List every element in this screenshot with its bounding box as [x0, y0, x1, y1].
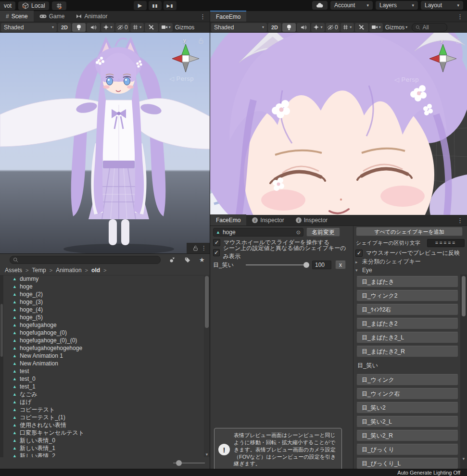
asset-row[interactable]: ▲ コピーテスト_(1) [4, 413, 204, 421]
asset-list-scrollbar[interactable]: ▼ [204, 275, 210, 457]
slider-knob[interactable] [303, 262, 309, 268]
layout-dropdown[interactable]: Layout ▾ [421, 1, 463, 10]
shape-key-button[interactable]: 目_まばたき2 [356, 318, 458, 329]
tab-inspector-2[interactable]: i Inspector [290, 214, 333, 225]
asset-row[interactable]: ▲ hoge [4, 283, 204, 290]
asset-row[interactable]: ▲ New Animation 1 [4, 352, 204, 360]
asset-row[interactable]: ▲ dummy [4, 275, 204, 283]
layers-dropdown[interactable]: Layers ▾ [376, 1, 418, 10]
scroll-down-icon[interactable]: ▼ [460, 455, 467, 462]
thumbnail-zoom-slider[interactable] [173, 460, 205, 466]
shape-key-scrollbar[interactable]: ▼ [460, 275, 467, 469]
rename-button[interactable]: 名前変更 [306, 228, 340, 237]
asset-row[interactable]: ▲ test_0 [4, 375, 204, 383]
search-input[interactable] [20, 256, 157, 263]
pane-divider[interactable] [210, 11, 210, 469]
shape-key-button[interactable]: 目_まばたき2_R [356, 346, 458, 357]
gizmo-search-field[interactable]: All [412, 23, 447, 32]
audio-toggle[interactable] [87, 23, 100, 32]
tab-game[interactable]: Game [34, 11, 71, 22]
shape-key-button[interactable]: 目_びっくり [356, 444, 458, 455]
shading-mode-dropdown[interactable]: Shaded ▾ [1, 23, 57, 32]
2d-toggle[interactable]: 2D [268, 23, 281, 32]
tab-faceemo-inspector[interactable]: FaceEmo [210, 214, 246, 225]
tab-animator[interactable]: Animator [70, 11, 113, 22]
breadcrumb-temp[interactable]: Temp [32, 267, 46, 274]
panel-menu-icon[interactable]: ⋮ [201, 245, 207, 251]
search-by-type-icon[interactable] [169, 257, 176, 263]
pause-button[interactable]: ▮▮ [149, 1, 162, 10]
shape-key-button[interactable]: 目_ウィンク [356, 374, 458, 386]
hidden-objects-toggle[interactable]: 0 [326, 23, 340, 32]
asset-row[interactable]: ▲ test_1 [4, 383, 204, 390]
grid-visibility-toggle[interactable]: ▾ [341, 23, 354, 32]
audio-toggle[interactable] [297, 23, 310, 32]
shape-key-button[interactable]: 目_笑い2_R [356, 430, 458, 441]
search-field[interactable] [10, 256, 161, 264]
effects-toggle[interactable]: ▾ [311, 23, 325, 32]
asset-row[interactable]: ▲ hoge_(3) [4, 298, 204, 306]
object-picker-icon[interactable]: ⊙ [296, 229, 301, 236]
shape-key-button[interactable]: 目_ウィンク2 [356, 290, 458, 301]
2d-toggle[interactable]: 2D [58, 23, 71, 32]
blendshape-slider[interactable] [246, 262, 308, 268]
tabbar-menu-icon[interactable]: ⋮ [453, 13, 467, 20]
foldout-eye[interactable]: ▾ Eye [353, 266, 467, 274]
folder-column-scrollbar[interactable] [0, 275, 3, 457]
breadcrumb-animation[interactable]: Animation [56, 267, 81, 274]
asset-row[interactable]: ▲ コピーテスト [4, 406, 204, 413]
breadcrumb-old[interactable]: old [91, 267, 100, 274]
lock-icon[interactable] [198, 38, 204, 44]
scene-viewport[interactable]: y ◁ Persp [0, 33, 210, 253]
tab-scene[interactable]: # Scene [0, 11, 34, 22]
lighting-toggle[interactable] [282, 23, 296, 32]
camera-settings-button[interactable]: ▾ [159, 23, 173, 32]
step-button[interactable]: ▶▮ [164, 1, 177, 10]
cloud-services-button[interactable] [312, 1, 328, 10]
asset-row[interactable]: ▲ 口変形キャンセルテスト [4, 429, 204, 437]
shading-mode-dropdown[interactable]: Shaded ▾ [211, 23, 267, 32]
asset-row[interactable]: ▲ hoge_(5) [4, 313, 204, 321]
orientation-gizmo[interactable]: y [428, 43, 458, 74]
asset-row[interactable]: ▲ hogefugahoge_(0)_(0) [4, 337, 204, 344]
shape-key-button[interactable]: 目_びっくり_L [356, 458, 458, 469]
tabbar-menu-icon[interactable]: ⋮ [196, 13, 210, 20]
asset-row[interactable]: ▲ hogefugahoge_(0) [4, 329, 204, 337]
asset-row[interactable]: ▲ 使用されない表情 [4, 421, 204, 429]
lighting-toggle[interactable] [72, 23, 86, 32]
search-by-label-icon[interactable] [184, 257, 190, 263]
persp-label[interactable]: ◁ Persp [394, 76, 419, 83]
add-all-shape-keys-button[interactable]: すべてのシェイプキーを追加 [356, 227, 463, 236]
asset-row[interactable]: ▲ 新しい表情_0 [4, 437, 204, 444]
breadcrumb-assets[interactable]: Assets [5, 267, 22, 274]
persp-label[interactable]: ◁ Persp [169, 75, 194, 82]
scroll-down-icon[interactable]: ▼ [204, 451, 210, 457]
asset-row[interactable]: ▲ ほげ [4, 398, 204, 406]
shape-key-button[interactable]: 目_笑い2_L [356, 416, 458, 427]
shape-key-button[interactable]: 目_ｳｨﾝｸ2右 [356, 304, 458, 315]
pivot-button[interactable]: vot [0, 1, 15, 10]
diff-only-checkbox[interactable]: ✓ [213, 249, 220, 256]
lighting-status-label[interactable]: Auto Generate Lighting Off [397, 470, 460, 476]
foldout-uncategorized[interactable]: ▸ 未分類のシェイプキー [353, 258, 467, 266]
lock-icon[interactable] [455, 38, 461, 44]
orientation-gizmo[interactable]: y [170, 43, 201, 74]
lock-icon[interactable] [193, 245, 198, 251]
local-button[interactable]: Local [18, 1, 49, 10]
asset-row[interactable]: ▲ New Animation [4, 360, 204, 367]
scrollbar-thumb[interactable] [462, 276, 466, 316]
shape-key-button[interactable]: 目_笑い2 [356, 402, 458, 413]
effects-toggle[interactable]: ▾ [101, 23, 114, 32]
shape-key-button[interactable]: 目_ウィンク右 [356, 388, 458, 400]
tabbar-menu-icon[interactable]: ⋮ [453, 217, 467, 224]
gizmos-menu[interactable]: Gizmos [174, 23, 196, 32]
tab-faceemo-view[interactable]: FaceEmo [210, 11, 246, 22]
component-tools-button[interactable] [355, 23, 368, 32]
grid-snap-button[interactable] [52, 1, 66, 10]
favorites-star-icon[interactable]: ★ [199, 256, 205, 263]
faceemo-preview-viewport[interactable]: y ◁ Persp [210, 33, 467, 215]
blendshape-value-field[interactable]: 100 [312, 261, 331, 269]
asset-row[interactable]: ▲ hogefugahogehogehoge [4, 344, 204, 352]
asset-row[interactable]: ▲ hoge_(4) [4, 306, 204, 313]
asset-row[interactable]: ▲ 新しい表情_1 [4, 444, 204, 452]
